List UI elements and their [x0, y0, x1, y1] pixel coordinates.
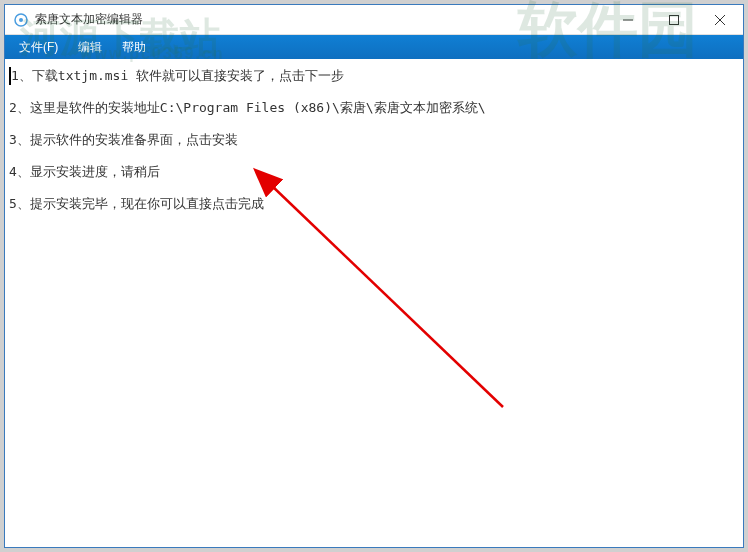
text-line: 1、下载txtjm.msi 软件就可以直接安装了，点击下一步 — [9, 67, 739, 85]
menu-file[interactable]: 文件(F) — [9, 37, 68, 58]
maximize-button[interactable] — [651, 5, 697, 34]
svg-point-1 — [19, 18, 23, 22]
menu-edit[interactable]: 编辑 — [68, 37, 112, 58]
svg-line-7 — [271, 185, 503, 407]
svg-rect-3 — [670, 15, 679, 24]
text-line: 4、显示安装进度，请稍后 — [9, 163, 739, 181]
text-line: 5、提示安装完毕，现在你可以直接点击完成 — [9, 195, 739, 213]
menu-help[interactable]: 帮助 — [112, 37, 156, 58]
close-button[interactable] — [697, 5, 743, 34]
application-window: 索唐文本加密编辑器 文件(F) 编辑 帮助 1、下载txtjm.msi 软件就可… — [4, 4, 744, 548]
app-icon — [13, 12, 29, 28]
window-title: 索唐文本加密编辑器 — [35, 11, 605, 28]
menubar: 文件(F) 编辑 帮助 — [5, 35, 743, 59]
editor-content[interactable]: 1、下载txtjm.msi 软件就可以直接安装了，点击下一步 2、这里是软件的安… — [5, 59, 743, 547]
minimize-button[interactable] — [605, 5, 651, 34]
text-line: 2、这里是软件的安装地址C:\Program Files (x86)\索唐\索唐… — [9, 99, 739, 117]
text-line: 3、提示软件的安装准备界面，点击安装 — [9, 131, 739, 149]
titlebar: 索唐文本加密编辑器 — [5, 5, 743, 35]
window-controls — [605, 5, 743, 34]
